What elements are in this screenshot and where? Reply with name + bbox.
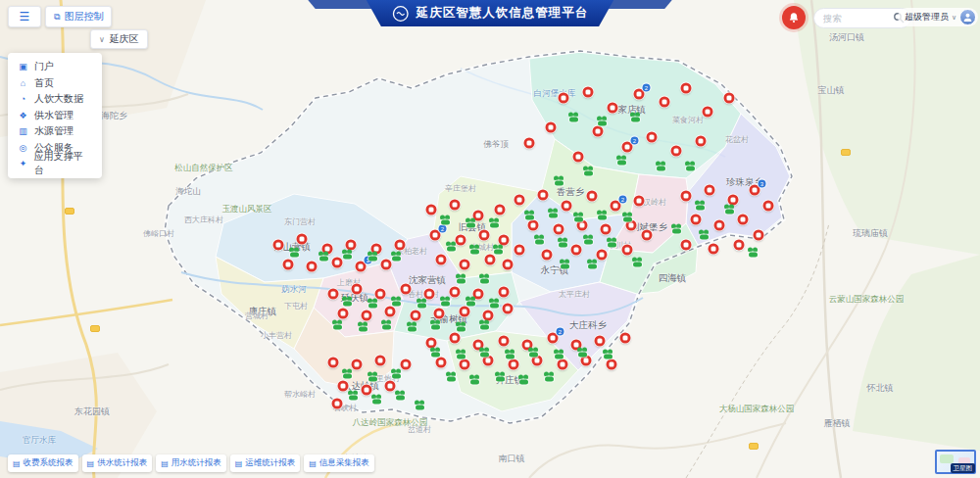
facility-marker[interactable] [527,348,539,358]
alarm-marker[interactable] [524,138,535,149]
alarm-marker[interactable] [714,220,725,231]
facility-marker[interactable] [596,117,608,127]
alarm-marker[interactable] [587,191,598,202]
alarm-marker[interactable] [499,336,510,347]
alarm-marker[interactable] [558,359,568,370]
alarm-marker[interactable] [375,356,386,366]
facility-marker[interactable] [517,375,529,386]
alarm-marker[interactable] [703,107,713,118]
facility-marker[interactable] [553,350,564,360]
alarm-marker[interactable]: 2 [430,230,441,241]
alarm-marker[interactable]: 3 [750,185,760,196]
facility-marker[interactable] [615,156,627,167]
facility-marker[interactable] [698,230,710,241]
alarm-marker[interactable]: 2 [611,201,621,212]
alarm-marker[interactable] [426,205,437,215]
alarm-marker[interactable] [503,304,514,314]
alarm-marker[interactable] [499,287,510,298]
facility-marker[interactable] [390,297,402,308]
report-button-operations[interactable]: ▤ 运维统计报表 [230,454,301,472]
facility-marker[interactable] [465,218,476,229]
alarm-marker[interactable] [634,196,645,207]
alarm-marker[interactable] [647,132,658,143]
alarm-marker[interactable] [754,230,764,241]
facility-marker[interactable] [576,348,588,358]
alarm-marker[interactable] [571,245,582,256]
alarm-marker[interactable] [738,215,749,225]
alarm-marker[interactable] [338,309,349,319]
alarm-marker[interactable] [660,97,670,108]
facility-marker[interactable] [582,235,594,246]
facility-marker[interactable] [586,260,598,270]
facility-marker[interactable] [488,218,500,229]
facility-marker[interactable] [629,113,641,123]
facility-marker[interactable] [406,322,417,333]
alarm-marker[interactable] [352,359,363,370]
alarm-marker[interactable] [681,83,692,94]
menu-item-water-supply[interactable]: ❖ 供水管理 [8,108,102,124]
alarm-marker[interactable] [411,311,421,321]
facility-marker[interactable] [455,322,466,333]
alarm-marker[interactable] [593,126,604,137]
report-button-info-collection[interactable]: ▤ 信息采集报表 [304,454,374,472]
alarm-marker[interactable] [671,146,682,157]
alarm-marker[interactable] [385,307,396,317]
alarm-marker[interactable] [607,359,617,370]
alarm-marker[interactable] [509,359,519,370]
facility-marker[interactable] [455,350,466,360]
alarm-marker[interactable] [597,250,608,261]
alarm-marker[interactable]: 2 [634,89,645,100]
alarm-marker[interactable] [450,333,461,344]
facility-marker[interactable] [602,350,613,360]
facility-marker[interactable] [547,209,559,219]
alarm-marker[interactable] [328,358,339,368]
alarm-marker[interactable] [583,87,594,98]
facility-marker[interactable] [543,372,555,383]
facility-marker[interactable] [684,162,696,172]
facility-marker[interactable] [370,395,382,406]
alarm-marker[interactable] [681,240,692,251]
alarm-marker[interactable] [332,399,343,409]
alarm-marker[interactable] [450,200,461,211]
alarm-button[interactable] [782,6,806,29]
alarm-marker[interactable] [362,311,372,321]
report-button-water-supply[interactable]: ▤ 供水统计报表 [82,454,153,472]
alarm-marker[interactable] [542,250,553,261]
facility-marker[interactable] [347,391,359,402]
alarm-marker[interactable] [763,201,774,212]
alarm-marker[interactable] [559,93,569,104]
menu-item-water-source[interactable]: ▥ 水源管理 [8,123,102,140]
alarm-marker[interactable]: 2 [548,333,559,344]
facility-marker[interactable] [468,375,480,386]
alarm-marker[interactable] [352,284,363,295]
region-selector[interactable]: ∨ 延庆区 [90,29,148,49]
facility-marker[interactable] [504,350,515,360]
facility-marker[interactable] [416,299,427,310]
alarm-marker[interactable] [681,191,692,202]
alarm-marker[interactable] [401,284,412,295]
facility-marker[interactable] [621,213,633,223]
facility-marker[interactable] [414,401,425,411]
facility-marker[interactable] [478,274,490,285]
alarm-marker[interactable] [485,255,496,265]
alarm-marker[interactable] [601,224,612,235]
alarm-marker[interactable] [503,260,514,270]
facility-marker[interactable] [468,245,480,256]
facility-marker[interactable] [523,211,535,221]
facility-marker[interactable] [331,320,343,331]
basemap-switcher[interactable]: 卫星图 [935,450,976,474]
facility-marker[interactable] [318,252,329,263]
alarm-marker[interactable] [460,359,470,370]
facility-marker[interactable] [455,274,466,285]
alarm-marker[interactable]: 2 [356,262,367,272]
alarm-marker[interactable] [283,260,294,270]
alarm-marker[interactable] [460,260,470,270]
alarm-marker[interactable] [691,215,702,225]
alarm-marker[interactable] [573,152,584,163]
alarm-marker[interactable] [460,307,470,317]
facility-marker[interactable] [445,372,457,383]
alarm-marker[interactable] [642,230,653,241]
menu-item-app-platform[interactable]: ✦ 应用支撑平台 [8,156,102,172]
alarm-marker[interactable] [297,234,308,245]
alarm-marker[interactable] [450,287,461,298]
